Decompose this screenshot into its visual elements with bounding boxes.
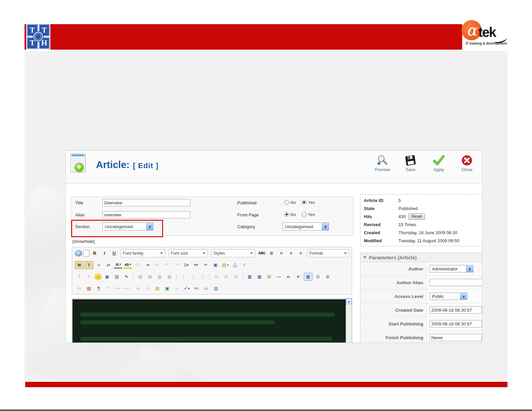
paste-as-plain-text-icon[interactable]: T — [85, 261, 93, 269]
published-yes-radio[interactable] — [302, 200, 306, 205]
parameters-panel-title: Parameters (Article) — [369, 255, 417, 260]
new-document-icon[interactable] — [83, 250, 89, 257]
spellcheck-icon[interactable]: ✓▾ — [182, 285, 191, 293]
paste-icon[interactable]: ▤▾ — [221, 261, 230, 269]
table-properties-icon[interactable]: ▦ — [255, 273, 264, 281]
anchor-icon[interactable]: ⚓ — [231, 261, 239, 269]
justify-full-icon[interactable]: ≣ — [267, 249, 276, 257]
presentation-slide: T T T H α tek IT training & development … — [0, 0, 532, 411]
edit-css-style-icon[interactable]: ✎ — [122, 273, 131, 281]
find-icon[interactable]: ∞ — [94, 261, 103, 269]
cleanup-code-icon[interactable]: ✐ — [240, 261, 249, 269]
delete-row-icon: ⊠ — [232, 273, 240, 281]
preview-button-label: Preview — [375, 167, 390, 172]
editor-show-hide-link[interactable]: [show/hide] — [72, 239, 95, 244]
paste-from-word-icon[interactable]: W — [75, 261, 84, 269]
image-placeholder-toggle-icon[interactable]: ▨ — [85, 285, 93, 293]
outdent-icon: ⇤ — [153, 261, 161, 269]
parameters-panel-header[interactable]: Parameters (Article) — [360, 253, 482, 262]
subscript-icon[interactable]: x₂ — [284, 273, 293, 281]
cut-icon[interactable]: ✂ — [201, 261, 210, 269]
image-properties-icon[interactable]: ▤ — [153, 285, 162, 293]
find-replace-icon[interactable]: ⇄ — [104, 261, 113, 269]
close-button[interactable]: Close — [456, 155, 477, 172]
insert-row-after-icon: ▦ — [165, 273, 174, 281]
unordered-list-icon[interactable]: •≡ — [192, 261, 200, 269]
show-paragraph-marks-icon[interactable]: ¶ — [94, 285, 103, 293]
author-select[interactable]: Administrator ∨ — [430, 265, 473, 272]
published-no-label: No — [290, 200, 296, 205]
editor-scrollbar[interactable]: ▲ — [346, 299, 352, 343]
front-page-no-radio[interactable] — [284, 212, 289, 217]
editor-content-text-line — [81, 320, 275, 324]
remove-format-icon[interactable]: ⊘ — [323, 273, 332, 281]
font-family-select[interactable]: Font family▼ — [121, 249, 165, 257]
strikethrough-icon[interactable]: ABC — [257, 249, 266, 257]
insert-table-icon[interactable]: ▦ — [245, 273, 254, 281]
reset-hits-button[interactable]: Reset — [408, 213, 425, 220]
front-page-yes-radio[interactable] — [302, 212, 306, 217]
apply-button[interactable]: Apply — [428, 155, 449, 172]
detail-row: Modified Tuesday, 11 August 2009 09:50 — [360, 237, 482, 245]
admin-toolbar: Preview Save — [372, 155, 477, 172]
joomla-article-edit-screenshot: + Article:[ Edit ] Preview — [65, 150, 482, 343]
chevron-down-icon: ▼ — [250, 251, 253, 255]
insert-predefined-hr-icon[interactable]: ▭ — [202, 285, 210, 293]
header-red-bar — [25, 24, 462, 50]
deleted-text-icon: A — [134, 285, 142, 293]
page-layout-icon[interactable]: ▥ — [211, 285, 220, 293]
chevron-down-icon: ∨ — [322, 223, 329, 230]
scroll-up-arrow-icon[interactable]: ▲ — [346, 299, 352, 304]
page-title-edit: [ Edit ] — [133, 161, 158, 170]
toolbar-separator — [133, 273, 134, 280]
page-title: Article:[ Edit ] — [96, 159, 158, 170]
slide-bottom-line — [0, 410, 532, 411]
bold-icon[interactable]: B — [90, 249, 99, 257]
parameter-row: Start Publishing — [360, 317, 482, 331]
align-left-icon[interactable]: ≡ — [287, 249, 295, 257]
access-level-select[interactable]: Public ∨ — [430, 293, 467, 300]
special-character-icon[interactable]: Ω — [313, 273, 322, 281]
save-button[interactable]: Save — [400, 155, 421, 172]
finish-publishing-input[interactable] — [430, 334, 482, 341]
toolbar-separator — [209, 273, 210, 280]
published-no-radio[interactable] — [284, 200, 289, 205]
styles-select[interactable]: Styles▼ — [211, 249, 255, 257]
created-date-input[interactable] — [430, 306, 482, 314]
copy-icon[interactable]: ▣ — [211, 261, 220, 269]
category-select[interactable]: Uncategorised ∨ — [283, 222, 329, 230]
author-alias-input[interactable] — [430, 279, 482, 286]
text-color-icon[interactable]: A▾ — [114, 261, 123, 269]
preview-document-icon[interactable]: ▤ — [112, 273, 121, 281]
emoticons-icon[interactable]: ☺ — [94, 273, 102, 280]
title-input[interactable] — [102, 199, 190, 206]
save-button-label: Save — [405, 167, 416, 172]
font-size-select[interactable]: Font size▼ — [169, 249, 208, 257]
align-right-icon[interactable]: ≡ — [296, 249, 305, 257]
split-cells-icon: ⊟ — [212, 273, 221, 281]
italic-icon[interactable]: I — [100, 249, 109, 257]
superscript-icon[interactable]: x² — [294, 273, 303, 281]
horizontal-rule-icon[interactable]: — — [275, 273, 283, 281]
editor-content-area[interactable]: ▲ — [72, 298, 352, 343]
indent-icon[interactable]: ⇥ — [143, 261, 152, 269]
align-center-icon[interactable]: ≡ — [277, 249, 286, 257]
insert-media-icon[interactable]: ▣ — [103, 273, 111, 281]
underline-icon[interactable]: U — [110, 249, 118, 257]
code-view-icon[interactable]: <> — [192, 285, 201, 293]
article-id-label: Article ID: — [364, 198, 398, 203]
visual-guidelines-icon[interactable]: ▦ — [304, 273, 312, 281]
preview-button[interactable]: Preview — [372, 155, 393, 172]
insert-column-after-icon: ▯ — [189, 273, 197, 281]
highlight-color-icon[interactable]: ab▾ — [124, 261, 132, 269]
category-label: Category — [237, 224, 255, 229]
help-icon[interactable]: ? — [75, 250, 82, 257]
insert-image-icon[interactable]: ▣ — [163, 285, 172, 293]
page-title-text: Article: — [96, 159, 130, 170]
print-icon[interactable]: ⊟ — [265, 273, 274, 281]
ordered-list-icon[interactable]: 1≡ — [182, 261, 191, 269]
alias-input[interactable] — [102, 211, 190, 218]
editor-toolbar-row-1: ?BIU Font family▼ Font size▼ Styles▼ ABC… — [72, 247, 352, 259]
format-select[interactable]: Format▼ — [307, 249, 349, 257]
start-publishing-input[interactable] — [430, 320, 482, 327]
